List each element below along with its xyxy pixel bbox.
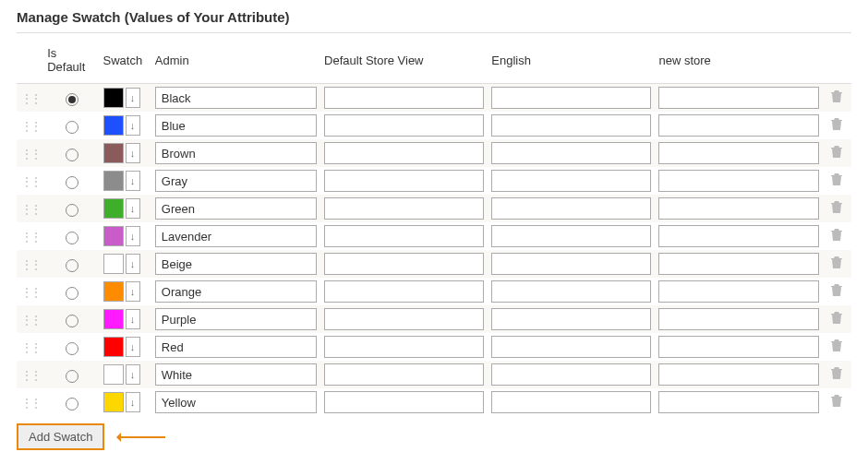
english-input[interactable] xyxy=(491,391,651,413)
swatch-dropdown-icon[interactable]: ↓ xyxy=(126,115,140,136)
admin-input[interactable] xyxy=(155,225,317,247)
is-default-radio[interactable] xyxy=(66,398,78,410)
drag-handle-icon[interactable]: ⋮⋮ xyxy=(21,232,40,243)
swatch-dropdown-icon[interactable]: ↓ xyxy=(126,254,140,274)
default-store-view-input[interactable] xyxy=(324,280,484,303)
new-store-input[interactable] xyxy=(658,225,818,247)
drag-handle-icon[interactable]: ⋮⋮ xyxy=(21,259,40,270)
trash-icon[interactable] xyxy=(830,201,843,217)
is-default-radio[interactable] xyxy=(66,176,78,189)
swatch-dropdown-icon[interactable]: ↓ xyxy=(126,392,140,412)
trash-icon[interactable] xyxy=(830,173,843,189)
admin-input[interactable] xyxy=(155,336,317,358)
is-default-radio[interactable] xyxy=(66,259,78,272)
drag-handle-icon[interactable]: ⋮⋮ xyxy=(21,149,40,160)
default-store-view-input[interactable] xyxy=(324,87,484,109)
admin-input[interactable] xyxy=(155,142,317,164)
admin-input[interactable] xyxy=(155,114,317,137)
default-store-view-input[interactable] xyxy=(324,308,484,330)
new-store-input[interactable] xyxy=(658,363,818,386)
admin-input[interactable] xyxy=(155,280,317,303)
add-swatch-button[interactable]: Add Swatch xyxy=(17,423,104,450)
new-store-input[interactable] xyxy=(658,142,818,164)
swatch-color-button[interactable] xyxy=(103,364,124,385)
drag-handle-icon[interactable]: ⋮⋮ xyxy=(21,398,40,409)
swatch-color-button[interactable] xyxy=(103,115,124,136)
english-input[interactable] xyxy=(491,308,651,330)
is-default-radio[interactable] xyxy=(66,315,78,327)
english-input[interactable] xyxy=(491,253,651,275)
swatch-color-button[interactable] xyxy=(103,143,124,163)
trash-icon[interactable] xyxy=(830,312,843,327)
drag-handle-icon[interactable]: ⋮⋮ xyxy=(21,93,40,104)
is-default-radio[interactable] xyxy=(66,232,78,244)
english-input[interactable] xyxy=(491,336,651,358)
is-default-radio[interactable] xyxy=(66,149,78,161)
admin-input[interactable] xyxy=(155,253,317,275)
english-input[interactable] xyxy=(491,114,651,137)
trash-icon[interactable] xyxy=(830,229,843,244)
trash-icon[interactable] xyxy=(830,118,843,134)
english-input[interactable] xyxy=(491,197,651,220)
swatch-color-button[interactable] xyxy=(103,392,124,412)
english-input[interactable] xyxy=(491,280,651,303)
new-store-input[interactable] xyxy=(658,197,818,220)
english-input[interactable] xyxy=(491,363,651,386)
drag-handle-icon[interactable]: ⋮⋮ xyxy=(21,342,40,353)
admin-input[interactable] xyxy=(155,308,317,330)
is-default-radio[interactable] xyxy=(66,121,78,134)
new-store-input[interactable] xyxy=(658,280,818,303)
swatch-color-button[interactable] xyxy=(103,198,124,219)
drag-handle-icon[interactable]: ⋮⋮ xyxy=(21,121,40,132)
swatch-color-button[interactable] xyxy=(103,281,124,302)
swatch-color-button[interactable] xyxy=(103,254,124,274)
trash-icon[interactable] xyxy=(830,367,843,383)
swatch-color-button[interactable] xyxy=(103,309,124,329)
default-store-view-input[interactable] xyxy=(324,170,484,192)
swatch-dropdown-icon[interactable]: ↓ xyxy=(126,337,140,357)
default-store-view-input[interactable] xyxy=(324,114,484,137)
swatch-color-button[interactable] xyxy=(103,88,124,108)
default-store-view-input[interactable] xyxy=(324,336,484,358)
english-input[interactable] xyxy=(491,142,651,164)
new-store-input[interactable] xyxy=(658,253,818,275)
swatch-dropdown-icon[interactable]: ↓ xyxy=(126,281,140,302)
swatch-color-button[interactable] xyxy=(103,337,124,357)
is-default-radio[interactable] xyxy=(66,93,78,106)
is-default-radio[interactable] xyxy=(66,370,78,383)
swatch-color-button[interactable] xyxy=(103,171,124,191)
default-store-view-input[interactable] xyxy=(324,253,484,275)
default-store-view-input[interactable] xyxy=(324,225,484,247)
drag-handle-icon[interactable]: ⋮⋮ xyxy=(21,204,40,215)
default-store-view-input[interactable] xyxy=(324,391,484,413)
swatch-dropdown-icon[interactable]: ↓ xyxy=(126,309,140,329)
trash-icon[interactable] xyxy=(830,146,843,161)
default-store-view-input[interactable] xyxy=(324,363,484,386)
trash-icon[interactable] xyxy=(830,395,843,410)
swatch-dropdown-icon[interactable]: ↓ xyxy=(126,171,140,191)
swatch-dropdown-icon[interactable]: ↓ xyxy=(126,226,140,246)
admin-input[interactable] xyxy=(155,87,317,109)
drag-handle-icon[interactable]: ⋮⋮ xyxy=(21,315,40,326)
trash-icon[interactable] xyxy=(830,339,843,355)
swatch-dropdown-icon[interactable]: ↓ xyxy=(126,364,140,385)
admin-input[interactable] xyxy=(155,363,317,386)
english-input[interactable] xyxy=(491,170,651,192)
default-store-view-input[interactable] xyxy=(324,197,484,220)
default-store-view-input[interactable] xyxy=(324,142,484,164)
admin-input[interactable] xyxy=(155,197,317,220)
is-default-radio[interactable] xyxy=(66,342,78,355)
new-store-input[interactable] xyxy=(658,170,818,192)
swatch-dropdown-icon[interactable]: ↓ xyxy=(126,198,140,219)
new-store-input[interactable] xyxy=(658,114,818,137)
is-default-radio[interactable] xyxy=(66,204,78,217)
admin-input[interactable] xyxy=(155,170,317,192)
new-store-input[interactable] xyxy=(658,308,818,330)
swatch-color-button[interactable] xyxy=(103,226,124,246)
trash-icon[interactable] xyxy=(830,284,843,300)
swatch-dropdown-icon[interactable]: ↓ xyxy=(126,143,140,163)
trash-icon[interactable] xyxy=(830,90,843,106)
swatch-dropdown-icon[interactable]: ↓ xyxy=(126,88,140,108)
new-store-input[interactable] xyxy=(658,391,818,413)
drag-handle-icon[interactable]: ⋮⋮ xyxy=(21,370,40,381)
